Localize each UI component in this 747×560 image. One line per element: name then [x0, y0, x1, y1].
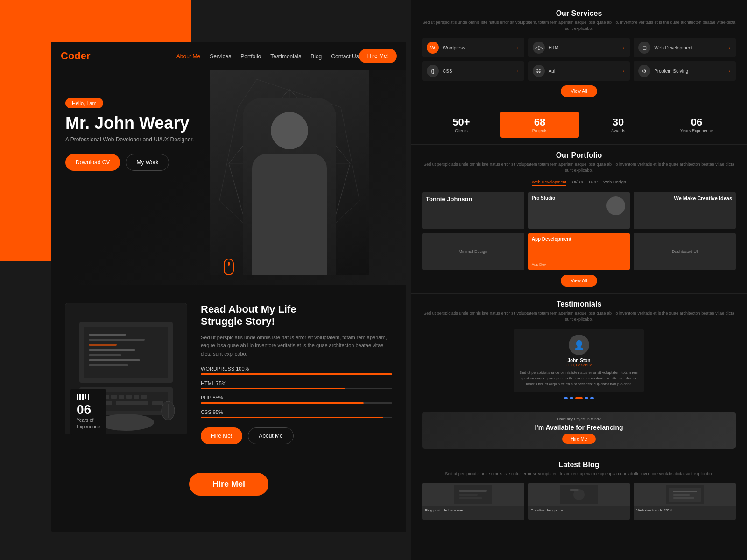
service-aui-name: Aui — [549, 69, 617, 74]
blog-card-2-image — [528, 483, 630, 506]
services-title: Our Services — [422, 9, 736, 18]
hire-me-main-button[interactable]: Hire Mel — [189, 473, 268, 496]
dot-blue-3[interactable] — [585, 397, 588, 399]
testimonials-title: Testimonials — [422, 300, 736, 308]
testimonial-card: 👤 John Ston CEO, DesignCo Sed ut perspic… — [514, 329, 644, 392]
svg-rect-13 — [89, 364, 128, 366]
blog-card-3-title: Web dev trends 2024 — [636, 508, 733, 512]
nav-portfolio[interactable]: Portfolio — [240, 53, 261, 60]
html-icon: ◁▷ — [533, 42, 545, 54]
portfolio-item-5-label: App Development — [532, 237, 571, 242]
blog-card-3: Web dev trends 2024 — [634, 483, 736, 520]
services-view-all-button[interactable]: View All — [561, 85, 598, 97]
about-content: Read About My Life Struggle Story! Sed u… — [201, 303, 392, 444]
service-webdev: ◻ Web Development → — [634, 38, 736, 57]
services-grid: W Wordpress → ◁▷ HTML → ◻ Web Developmen… — [422, 38, 736, 81]
portfolio-tab-cup[interactable]: CUP — [589, 180, 598, 186]
stat-clients: 50+ Clients — [422, 112, 500, 138]
skill-css-label: CSS 95% — [201, 409, 392, 415]
exp-bar-5 — [88, 394, 89, 400]
aui-icon: ⌘ — [533, 65, 545, 77]
skill-html: HTML 75% — [201, 380, 392, 389]
portfolio-tab-design[interactable]: Web Design — [603, 180, 626, 186]
nav-contact[interactable]: Contact Us — [331, 53, 359, 60]
freelance-section: Have any Project in Mind? I'm Available … — [411, 406, 747, 455]
service-arrow-5: → — [620, 68, 625, 74]
logo-cursor: r — [86, 50, 91, 62]
service-webdev-name: Web Development — [654, 45, 722, 50]
portfolio-item-3-label: We Make Creative Ideas — [674, 196, 732, 202]
experience-label: Years of Experience — [77, 417, 100, 430]
service-arrow-6: → — [726, 68, 731, 74]
service-problem-name: Problem Solving — [654, 69, 722, 74]
hello-badge: Hello, I am — [65, 98, 103, 108]
skill-html-fill — [201, 388, 345, 389]
logo: Coder — [61, 50, 91, 62]
testimonial-role: CEO, DesignCo — [519, 363, 639, 367]
svg-rect-25 — [116, 401, 148, 405]
hero-name: Mr. John Weary — [65, 114, 194, 133]
service-css: {} CSS → — [422, 61, 524, 81]
problem-icon: ⚙ — [638, 65, 650, 77]
svg-rect-33 — [459, 497, 482, 499]
dot-blue[interactable] — [564, 397, 568, 399]
blog-card-2-title: Creative design tips — [531, 508, 627, 512]
stat-clients-number: 50+ — [427, 116, 496, 128]
about-title: Read About My Life Struggle Story! — [201, 303, 392, 328]
nav-services[interactable]: Services — [210, 53, 231, 60]
skill-php: PHP 85% — [201, 395, 392, 404]
about-buttons: Hire Me! About Me — [201, 427, 392, 444]
skill-wordpress-fill — [201, 373, 392, 375]
my-work-button[interactable]: My Work — [126, 154, 169, 171]
portfolio-tab-uiux[interactable]: UI/UX — [572, 180, 583, 186]
skill-wordpress-bar — [201, 373, 392, 375]
portfolio-view-all-button[interactable]: View All — [561, 275, 598, 287]
stat-projects-number: 68 — [505, 116, 574, 128]
portfolio-item-3-content: We Make Creative Ideas — [634, 192, 736, 229]
hire-me-section: Hire Mel — [51, 463, 406, 505]
navbar: Coder About Me Services Portfolio Testim… — [51, 42, 406, 70]
download-cv-button[interactable]: Download CV — [65, 154, 120, 171]
stat-projects-label: Projects — [505, 128, 574, 133]
testimonial-avatar: 👤 — [569, 335, 589, 355]
service-arrow-4: → — [514, 68, 520, 74]
portfolio-desc: Sed ut perspiciatis unde omnis iste natu… — [422, 161, 736, 173]
blog-desc: Sed ut perspiciatis unde omnis iste natu… — [422, 471, 736, 477]
stat-awards-number: 30 — [584, 116, 653, 128]
freelance-hire-button[interactable]: Hire Me — [562, 434, 595, 444]
portfolio-title: Our Portfolio — [422, 151, 736, 160]
testimonials-section: Testimonials Sed ut perspiciatis unde om… — [411, 294, 747, 406]
services-section: Our Services Sed ut perspiciatis unde om… — [411, 0, 747, 105]
portfolio-item-6-label: Dashboard UI — [672, 249, 698, 254]
freelance-background: Have any Project in Mind? I'm Available … — [422, 412, 736, 449]
nav-blog[interactable]: Blog — [310, 53, 322, 60]
portfolio-item-2: Pro Studio — [528, 192, 630, 229]
portfolio-item-2-avatar — [606, 196, 625, 215]
stat-experience: 06 Years Experience — [657, 112, 736, 138]
portfolio-item-3: We Make Creative Ideas — [634, 192, 736, 229]
service-css-name: CSS — [443, 69, 511, 74]
svg-rect-39 — [673, 491, 697, 492]
portfolio-tab-webdev[interactable]: Web Development — [532, 180, 566, 186]
skill-html-bar — [201, 388, 392, 389]
skill-php-label: PHP 85% — [201, 395, 392, 400]
svg-rect-23 — [141, 395, 147, 399]
dot-blue-4[interactable] — [590, 397, 594, 399]
dot-blue-2[interactable] — [570, 397, 573, 399]
hero-section: Hello, I am Mr. John Weary A Professiona… — [51, 70, 406, 285]
about-hire-button[interactable]: Hire Me! — [201, 427, 242, 444]
portfolio-item-6: Dashboard UI — [634, 233, 736, 270]
portfolio-item-2-label: Pro Studio — [532, 196, 556, 201]
nav-testimonials[interactable]: Testimonials — [270, 53, 301, 60]
wordpress-icon: W — [427, 42, 439, 54]
hire-me-nav-button[interactable]: Hire Me! — [359, 49, 397, 63]
about-me-button[interactable]: About Me — [248, 427, 293, 444]
skill-css-fill — [201, 417, 383, 418]
dot-active[interactable] — [575, 397, 583, 399]
stat-awards-label: Awards — [584, 128, 653, 133]
exp-bar-1 — [77, 394, 78, 400]
service-wordpress-name: Wordpress — [443, 45, 511, 50]
blog-card-2: Creative design tips — [528, 483, 630, 520]
nav-about[interactable]: About Me — [176, 53, 200, 60]
freelance-title: I'm Available for Freelancing — [535, 424, 623, 431]
